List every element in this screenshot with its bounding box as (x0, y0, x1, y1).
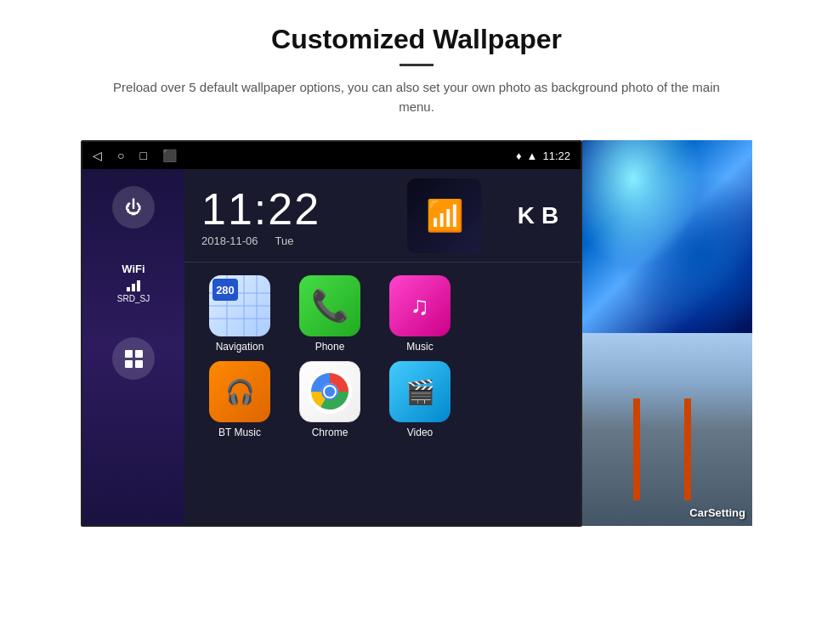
phone-icon: 📞 (299, 275, 360, 336)
app-bt-music[interactable]: 🎧 BT Music (201, 361, 278, 438)
bt-music-label: BT Music (218, 427, 261, 438)
main-area: 11:22 2018-11-06 Tue 📶 (184, 169, 581, 525)
home-icon[interactable]: ○ (117, 149, 124, 162)
wallpaper-thumb-ice[interactable] (582, 140, 752, 333)
map-line-h2 (209, 305, 270, 307)
apps-row-2: 🎧 BT Music (201, 361, 564, 438)
header-divider (400, 64, 434, 66)
chrome-svg (308, 370, 352, 414)
apps-grid-icon (125, 350, 143, 368)
wifi-ssid: SRD_SJ (117, 294, 150, 303)
music-note-icon: ♫ (411, 291, 430, 320)
ice-cave-bg (582, 140, 752, 333)
chrome-icon (299, 361, 360, 422)
status-time: 11:22 (542, 150, 570, 162)
media-section: K B (496, 169, 581, 262)
screen-body: ⏻ WiFi SRD_SJ (82, 169, 581, 525)
content-area: ◁ ○ □ ⬛ ♦ ▲ 11:22 ⏻ (0, 132, 833, 527)
app-video[interactable]: 🎬 Video (382, 361, 458, 438)
music-label: Music (406, 341, 433, 353)
widget-box[interactable]: 📶 (407, 178, 482, 253)
wallpaper-thumb-bridge[interactable]: CarSetting (582, 333, 752, 526)
wifi-bar-1 (127, 287, 130, 291)
phone-handset-icon: 📞 (311, 288, 349, 324)
phone-label: Phone (315, 341, 345, 353)
app-chrome[interactable]: Chrome (292, 361, 368, 438)
location-icon: ♦ (516, 150, 522, 162)
app-navigation[interactable]: 280 Navigation (201, 275, 278, 353)
media-letter-k: K (518, 202, 535, 229)
back-icon[interactable]: ◁ (93, 149, 102, 162)
wifi-bar-3 (137, 280, 140, 291)
power-button[interactable]: ⏻ (112, 186, 155, 229)
apps-area: 280 Navigation 📞 Phone (184, 263, 581, 525)
grid-cell-3 (125, 360, 133, 368)
bridge-tower-left (633, 398, 640, 500)
clock-day-value: Tue (275, 234, 294, 247)
video-clap-icon: 🎬 (405, 378, 435, 406)
android-screen: ◁ ○ □ ⬛ ♦ ▲ 11:22 ⏻ (81, 140, 582, 527)
wifi-bar-2 (132, 284, 135, 291)
grid-cell-4 (135, 360, 143, 368)
app-music[interactable]: ♫ Music (382, 275, 458, 353)
apps-button[interactable] (112, 337, 155, 380)
sidebar: ⏻ WiFi SRD_SJ (82, 169, 184, 525)
map-line-v2 (243, 275, 245, 336)
clock-time: 11:22 (201, 184, 377, 234)
map-line-v3 (256, 275, 258, 336)
widget-section: 📶 (394, 169, 496, 262)
grid-cell-2 (135, 350, 143, 358)
bt-music-icon: 🎧 (209, 361, 270, 422)
recents-icon[interactable]: □ (139, 149, 146, 162)
app-phone[interactable]: 📞 Phone (292, 275, 368, 353)
video-label: Video (407, 427, 433, 438)
wifi-widget-icon: 📶 (426, 198, 464, 234)
wallpaper-panel: CarSetting (582, 140, 752, 526)
top-bar: 11:22 2018-11-06 Tue 📶 (184, 169, 581, 263)
map-line-h3 (209, 318, 270, 319)
status-right: ♦ ▲ 11:22 (516, 150, 570, 162)
music-icon: ♫ (389, 275, 450, 336)
page-wrapper: Customized Wallpaper Preload over 5 defa… (0, 0, 833, 527)
page-title: Customized Wallpaper (110, 24, 722, 55)
wifi-status-icon: ▲ (527, 150, 538, 162)
bridge-scene-bg (582, 333, 752, 526)
grid-cell-1 (125, 350, 133, 358)
power-icon: ⏻ (125, 198, 142, 217)
wifi-block: WiFi SRD_SJ (117, 263, 150, 303)
header-section: Customized Wallpaper Preload over 5 defa… (42, 0, 790, 132)
wifi-label: WiFi (122, 263, 144, 275)
status-bar: ◁ ○ □ ⬛ ♦ ▲ 11:22 (82, 142, 581, 169)
carsetting-label: CarSetting (689, 506, 745, 519)
nav-icons: ◁ ○ □ ⬛ (93, 149, 177, 162)
clock-date: 2018-11-06 Tue (201, 234, 377, 247)
svg-point-4 (325, 387, 335, 397)
media-letter-b: B (541, 202, 558, 229)
apps-row-1: 280 Navigation 📞 Phone (201, 275, 564, 353)
navigation-label: Navigation (216, 341, 264, 353)
chrome-label: Chrome (312, 427, 348, 438)
clock-date-value: 2018-11-06 (201, 234, 258, 247)
map-number: 280 (212, 279, 238, 301)
navigation-icon: 280 (209, 275, 270, 336)
header-description: Preload over 5 default wallpaper options… (110, 78, 722, 116)
bluetooth-icon: 🎧 (225, 378, 255, 406)
video-icon: 🎬 (389, 361, 450, 422)
clock-section: 11:22 2018-11-06 Tue (184, 169, 394, 262)
bridge-tower-right (684, 398, 691, 500)
screenshot-icon[interactable]: ⬛ (162, 149, 177, 162)
wifi-bars (127, 278, 140, 291)
